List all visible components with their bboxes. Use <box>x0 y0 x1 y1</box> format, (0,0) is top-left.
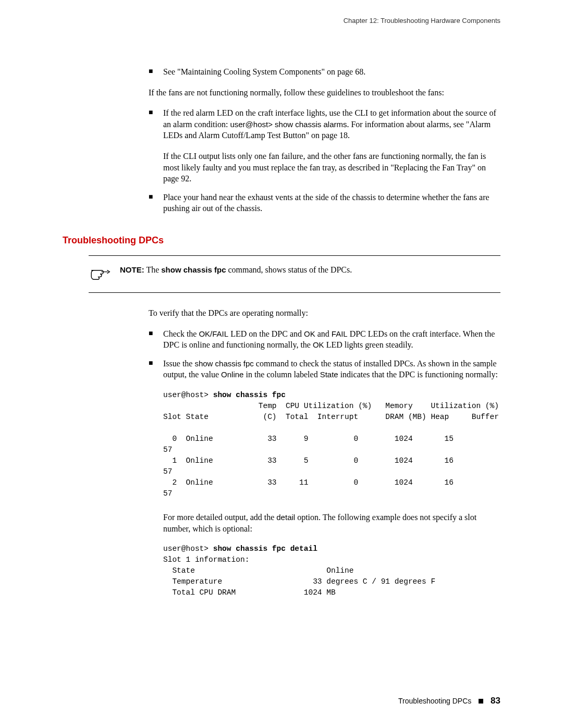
led-label: OK <box>313 340 324 349</box>
page-number: 83 <box>491 696 500 706</box>
cli-body: Slot 1 information: State Online Tempera… <box>163 556 435 597</box>
text-run: The <box>144 265 162 274</box>
text-run: LED lights green steadily. <box>324 340 413 349</box>
list-item-text: Check the OK/FAIL LED on the DPC and OK … <box>163 328 500 351</box>
text-run: indicates that the DPC is functioning no… <box>338 370 498 379</box>
list-item-text: Issue the show chassis fpc command to ch… <box>163 358 500 380</box>
text-run: Check the <box>163 329 199 338</box>
list-item-text: See "Maintaining Cooling System Componen… <box>163 66 500 78</box>
bullet-icon: ■ <box>149 358 163 380</box>
bullet-icon: ■ <box>149 107 163 141</box>
list-item: ■ See "Maintaining Cooling System Compon… <box>149 66 500 78</box>
note-label: NOTE: <box>120 265 144 274</box>
led-label: OK <box>304 329 315 338</box>
cli-output: user@host> show chassis fpc detail Slot … <box>163 544 500 598</box>
cli-option: detail <box>276 513 295 522</box>
bullet-icon: ■ <box>149 328 163 351</box>
bullet-icon: ■ <box>149 66 163 78</box>
led-label: OK/FAIL <box>199 329 228 338</box>
paragraph: If the fans are not functioning normally… <box>149 87 500 98</box>
cli-command: show chassis fpc detail <box>213 545 317 553</box>
page-footer: Troubleshooting DPCs 83 <box>398 696 500 706</box>
cli-command: show chassis fpc <box>194 359 253 368</box>
led-label: FAIL <box>332 329 348 338</box>
paragraph: For more detailed output, add the detail… <box>163 512 500 534</box>
body-column: ■ See "Maintaining Cooling System Compon… <box>149 66 500 214</box>
text-run: LED on the DPC and <box>228 329 304 338</box>
chapter-header: Chapter 12: Troubleshooting Hardware Com… <box>63 17 500 24</box>
body-column: To verify that the DPCs are operating no… <box>149 307 500 598</box>
cli-prompt: user@host> <box>163 391 213 399</box>
text-run: and <box>315 329 332 338</box>
text-run: in the column labeled <box>243 370 320 379</box>
cli-command: show chassis fpc <box>213 391 286 399</box>
list-item: ■ Place your hand near the exhaust vents… <box>149 192 500 214</box>
text-run: command, shows status of the DPCs. <box>226 265 352 274</box>
cli-prompt: user@host> <box>163 545 213 553</box>
list-item-text: Place your hand near the exhaust vents a… <box>163 192 500 214</box>
pointing-hand-icon <box>89 265 120 282</box>
cli-command: user@host> show chassis alarms <box>230 120 347 129</box>
value-label: Online <box>221 370 243 379</box>
note-text: NOTE: The show chassis fpc command, show… <box>120 265 500 275</box>
text-run: Issue the <box>163 359 194 368</box>
section-heading: Troubleshooting DPCs <box>63 235 500 246</box>
cli-body: Temp CPU Utilization (%) Memory Utilizat… <box>163 402 499 498</box>
list-item: ■ Issue the show chassis fpc command to … <box>149 358 500 380</box>
paragraph: To verify that the DPCs are operating no… <box>149 307 500 319</box>
cli-output: user@host> show chassis fpc Temp CPU Uti… <box>163 390 500 499</box>
list-item: ■ If the red alarm LED on the craft inte… <box>149 107 500 141</box>
footer-square-icon <box>479 699 483 704</box>
cli-command: show chassis fpc <box>161 265 226 274</box>
text-run: For more detailed output, add the <box>163 513 276 522</box>
footer-section-title: Troubleshooting DPCs <box>398 697 471 705</box>
value-label: State <box>320 370 338 379</box>
sub-paragraph: If the CLI output lists only one fan fai… <box>163 151 500 184</box>
note-callout: NOTE: The show chassis fpc command, show… <box>89 255 500 293</box>
list-item: ■ Check the OK/FAIL LED on the DPC and O… <box>149 328 500 351</box>
document-page: Chapter 12: Troubleshooting Hardware Com… <box>0 0 563 598</box>
bullet-icon: ■ <box>149 192 163 214</box>
list-item-text: If the red alarm LED on the craft interf… <box>163 107 500 141</box>
